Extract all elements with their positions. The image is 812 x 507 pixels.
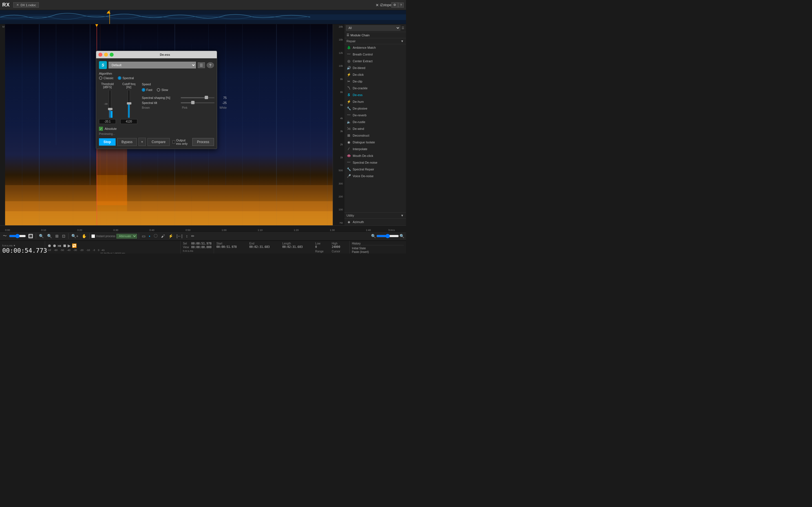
history-item-paste[interactable]: Paste (Insert) xyxy=(352,250,404,253)
deess-help-button[interactable]: ? xyxy=(207,62,214,68)
deess-preset-select[interactable]: Default xyxy=(109,62,196,68)
process-button[interactable]: Process xyxy=(192,138,214,146)
sidebar-item-interpolate[interactable]: ∕ Interpolate xyxy=(344,146,406,152)
zoom-in-button[interactable]: 🔍 xyxy=(400,234,404,238)
file-tab[interactable]: ✕ DX 1.rxdoc xyxy=(13,2,39,8)
settings-button[interactable]: ⚙ xyxy=(391,2,398,8)
prev-button[interactable]: ⏮ xyxy=(57,243,61,248)
spectral-radio-button[interactable] xyxy=(118,76,121,80)
sidebar-item-de-wind[interactable]: 🌬 De-wind xyxy=(344,125,406,132)
loop-mode-button[interactable]: 🔁 xyxy=(72,243,77,248)
stop-transport-button[interactable]: ⏹ xyxy=(63,243,66,248)
speed-options: Fast Slow xyxy=(142,88,227,92)
classic-radio[interactable]: Classic xyxy=(99,76,113,80)
brush-tool-button[interactable]: 🖌 xyxy=(160,233,166,239)
zoom-in-freq-button[interactable]: 🔍+ xyxy=(70,233,80,239)
pencil-tool-button[interactable]: ✏ xyxy=(190,233,196,239)
threshold-slider-track[interactable] xyxy=(109,90,111,118)
attenuation-select[interactable]: Attenuate xyxy=(116,234,137,238)
add-button[interactable]: + xyxy=(139,138,146,146)
threshold-value-display[interactable]: -20.1 xyxy=(99,119,116,124)
utility-dropdown[interactable]: Utility ▼ xyxy=(344,213,406,219)
sidebar-filter-select[interactable]: All xyxy=(346,25,400,31)
absolute-checkbox-row[interactable]: Absolute xyxy=(99,127,214,131)
zoom-slider[interactable] xyxy=(9,234,26,238)
repair-dropdown[interactable]: Repair ▼ xyxy=(344,38,406,44)
zoom-out-button[interactable]: 🔍 xyxy=(371,234,376,238)
sidebar-item-de-plosive[interactable]: 🔧 De-plosive xyxy=(344,105,406,112)
hand-tool-button[interactable]: ✋ xyxy=(81,233,88,239)
sidebar-item-de-clip[interactable]: ✂ De-clip xyxy=(344,78,406,85)
spectral-tilt-slider[interactable] xyxy=(181,102,214,103)
module-chain-button[interactable]: ☰ Module Chain xyxy=(344,32,406,38)
cutoff-value-display[interactable]: 4120 xyxy=(120,119,137,124)
zoom-out-time-button[interactable]: 🔍 xyxy=(46,233,53,239)
slow-radio[interactable]: Slow xyxy=(157,88,168,92)
sidebar-item-mouth-de-click[interactable]: 👄 Mouth De-click xyxy=(344,152,406,159)
sidebar-item-de-bleed[interactable]: 🔊 De-bleed xyxy=(344,64,406,71)
absolute-checkbox[interactable] xyxy=(99,127,103,131)
zoom-in-time-button[interactable]: 🔍 xyxy=(38,233,45,239)
fast-radio-button[interactable] xyxy=(142,88,145,92)
range-label: Range xyxy=(315,250,331,253)
sidebar-item-spectral-repair[interactable]: 🔧 Spectral Repair xyxy=(344,166,406,173)
time-format-selector[interactable]: h:m:s.ms ▼ xyxy=(2,244,43,247)
harmonic-select-button[interactable]: ⚡ xyxy=(167,233,174,239)
sidebar-item-de-ess[interactable]: S De-ess xyxy=(344,92,406,98)
history-item-initial[interactable]: Initial State xyxy=(352,246,404,250)
compare-button[interactable]: Compare xyxy=(147,138,170,146)
sidebar-item-de-rustle[interactable]: 🔈 De-rustle xyxy=(344,119,406,125)
sidebar-item-spectral-de-noise[interactable]: 〰 Spectral De-noise xyxy=(344,159,406,166)
deess-maximize-button[interactable] xyxy=(110,53,114,57)
stop-button[interactable]: Stop xyxy=(99,138,116,146)
deess-close-button[interactable] xyxy=(98,53,102,57)
sidebar-item-deconstruct[interactable]: ⊞ Deconstruct xyxy=(344,132,406,139)
play-button[interactable]: ▶ xyxy=(68,243,71,248)
threshold-slider-thumb[interactable] xyxy=(108,108,112,110)
time-format-dropdown-icon[interactable]: ▼ xyxy=(13,244,16,247)
selection-tool-button[interactable]: ▭ xyxy=(141,233,147,239)
bypass-button[interactable]: Bypass xyxy=(117,138,137,146)
sidebar-item-de-hum[interactable]: ⚡ De-hum xyxy=(344,98,406,105)
spectral-shaping-thumb[interactable] xyxy=(205,96,208,99)
zoom-control-button[interactable]: 🔳 xyxy=(27,233,34,239)
spectral-shaping-slider[interactable] xyxy=(181,97,214,98)
spectral-radio[interactable]: Spectral xyxy=(118,76,134,80)
sidebar-menu-icon[interactable]: ☰ xyxy=(402,26,404,30)
zoom-selection-button[interactable]: ⊡ xyxy=(61,233,66,239)
output-ess-checkbox[interactable] xyxy=(172,140,175,144)
frequency-scale: 20k 15k 12k 10k 8k 6k 5k 4k 3k 2k 1k 500… xyxy=(333,24,344,225)
sidebar-item-azimuth[interactable]: ◈ Azimuth xyxy=(344,219,406,225)
freq-select-button[interactable]: ↕ xyxy=(185,233,189,239)
cutoff-slider-thumb[interactable] xyxy=(127,102,132,105)
loop-button[interactable]: ⏺ xyxy=(52,243,56,248)
lasso-tool-button[interactable]: 〇 xyxy=(153,233,159,239)
deess-preset-list-button[interactable]: ☰ xyxy=(198,62,205,68)
cutoff-slider-track[interactable] xyxy=(128,90,130,118)
fast-radio[interactable]: Fast xyxy=(142,88,152,92)
sidebar-item-ambience-match[interactable]: 🌲 Ambience Match xyxy=(344,44,406,51)
rectangle-select-button[interactable]: ▪ xyxy=(148,233,151,239)
sidebar-item-center-extract[interactable]: ◎ Center Extract xyxy=(344,58,406,64)
slow-radio-button[interactable] xyxy=(157,88,160,92)
time-select-button[interactable]: |←| xyxy=(175,233,184,239)
output-ess-checkbox-row[interactable]: Output ess only xyxy=(172,138,190,145)
waveform-overview[interactable] xyxy=(0,10,406,24)
sidebar-item-dialogue-isolate[interactable]: ◉ Dialogue Isolate xyxy=(344,139,406,146)
classic-radio-button[interactable] xyxy=(99,76,102,80)
sidebar-item-de-click[interactable]: ⚡ De-click xyxy=(344,71,406,78)
deess-minimize-button[interactable] xyxy=(104,53,108,57)
waveform-mode-button[interactable]: 〜 xyxy=(2,233,8,239)
close-icon[interactable]: ✕ xyxy=(16,3,19,7)
sidebar-item-de-crackle[interactable]: 〽 De-crackle xyxy=(344,85,406,92)
instant-process-checkbox[interactable] xyxy=(91,234,95,238)
zoom-range-slider[interactable] xyxy=(376,234,399,238)
record-button[interactable]: ⏺ xyxy=(47,243,51,248)
help-button[interactable]: ? xyxy=(398,3,404,8)
spectral-tilt-thumb[interactable] xyxy=(191,101,195,104)
sidebar-item-de-reverb[interactable]: 〰 De-reverb xyxy=(344,112,406,119)
sidebar-item-voice-de-noise[interactable]: 🎤 Voice De-noise xyxy=(344,173,406,179)
zoom-fit-button[interactable]: ⊞ xyxy=(54,233,60,239)
bit-rate-display: 32-bit float | 48000 Hz xyxy=(47,252,178,253)
sidebar-item-breath-control[interactable]: 〰 Breath Control xyxy=(344,51,406,58)
